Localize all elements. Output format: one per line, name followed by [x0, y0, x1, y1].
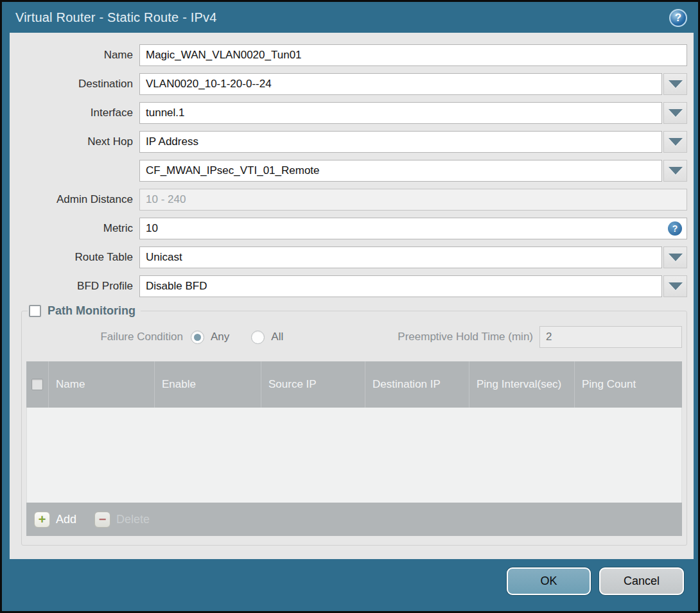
path-monitoring-checkbox[interactable] — [29, 305, 41, 317]
chevron-down-icon — [669, 80, 683, 88]
screen: Virtual Router - Static Route - IPv4 ? N… — [0, 0, 700, 613]
table-header-checkbox-cell — [26, 361, 48, 408]
radio-all-label: All — [271, 331, 283, 343]
column-header-enable[interactable]: Enable — [154, 361, 261, 408]
path-monitoring-section: Path Monitoring Failure Condition Any Al… — [21, 304, 687, 546]
ok-button[interactable]: OK — [507, 567, 591, 595]
title-bar: Virtual Router - Static Route - IPv4 ? — [4, 4, 696, 33]
info-icon-glyph: ? — [672, 223, 678, 234]
form-row-next-hop: Next Hop — [10, 131, 687, 153]
next-hop-label: Next Hop — [10, 135, 139, 148]
admin-distance-input[interactable] — [139, 189, 687, 211]
form-row-name: Name — [10, 44, 687, 66]
chevron-down-icon — [669, 282, 683, 290]
table-header: Name Enable Source IP Destination IP Pin… — [26, 361, 682, 408]
static-route-form: Name Destination Interface — [10, 33, 694, 297]
destination-input[interactable] — [139, 73, 662, 95]
failure-condition-all-option: All — [251, 331, 283, 344]
route-table-label: Route Table — [10, 251, 139, 264]
name-input[interactable] — [139, 44, 687, 66]
form-row-metric: Metric ? — [10, 218, 687, 239]
interface-label: Interface — [10, 107, 139, 119]
bfd-profile-input[interactable] — [139, 275, 662, 297]
bfd-profile-label: BFD Profile — [10, 280, 139, 293]
radio-all[interactable] — [251, 331, 265, 344]
interface-dropdown-button[interactable] — [663, 102, 687, 124]
column-header-name[interactable]: Name — [48, 361, 154, 408]
failure-condition-label: Failure Condition — [26, 331, 191, 343]
column-header-destination-ip[interactable]: Destination IP — [365, 361, 469, 408]
chevron-down-icon — [669, 138, 683, 146]
path-monitoring-legend: Path Monitoring — [28, 304, 141, 318]
dialog-title: Virtual Router - Static Route - IPv4 — [15, 10, 217, 25]
metric-input[interactable] — [139, 218, 687, 239]
failure-condition-row: Failure Condition Any All Preemptive Hol… — [26, 325, 682, 349]
destination-dropdown-button[interactable] — [663, 73, 687, 95]
route-table-dropdown-button[interactable] — [663, 246, 687, 268]
dialog-body: Name Destination Interface — [10, 33, 694, 559]
bfd-profile-dropdown-button[interactable] — [663, 275, 687, 297]
form-row-bfd-profile: BFD Profile — [10, 275, 687, 297]
chevron-down-icon — [669, 167, 683, 175]
chevron-down-icon — [669, 109, 683, 117]
path-monitoring-title: Path Monitoring — [48, 304, 136, 318]
form-row-interface: Interface — [10, 102, 687, 124]
destination-label: Destination — [10, 78, 139, 91]
next-hop-address-dropdown-button[interactable] — [663, 160, 687, 182]
column-header-source-ip[interactable]: Source IP — [261, 361, 365, 408]
radio-any-label: Any — [211, 331, 229, 343]
delete-button-label: Delete — [116, 513, 150, 526]
column-header-ping-count[interactable]: Ping Count — [574, 361, 682, 408]
next-hop-type-input[interactable] — [139, 131, 662, 153]
form-row-admin-distance: Admin Distance — [10, 189, 687, 211]
dialog-frame: Virtual Router - Static Route - IPv4 ? N… — [0, 0, 700, 613]
metric-label: Metric — [10, 222, 139, 235]
select-all-checkbox[interactable] — [31, 379, 43, 390]
route-table-input[interactable] — [139, 246, 662, 268]
form-row-route-table: Route Table — [10, 246, 687, 268]
radio-any[interactable] — [191, 331, 204, 344]
form-row-destination: Destination — [10, 73, 687, 95]
metric-info-icon[interactable]: ? — [668, 221, 682, 236]
add-button[interactable]: + Add — [34, 512, 76, 528]
preemptive-hold-time-label: Preemptive Hold Time (min) — [398, 331, 539, 343]
column-header-ping-interval[interactable]: Ping Interval(sec) — [469, 361, 574, 408]
form-row-next-hop-address — [10, 160, 687, 182]
add-button-label: Add — [56, 513, 76, 526]
table-body-empty — [26, 408, 682, 503]
help-icon-glyph: ? — [675, 12, 681, 24]
preemptive-hold-time-input[interactable] — [539, 326, 682, 348]
path-monitoring-table: Name Enable Source IP Destination IP Pin… — [26, 361, 682, 536]
next-hop-address-input[interactable] — [139, 160, 662, 182]
help-icon[interactable]: ? — [669, 9, 687, 27]
minus-icon: − — [94, 512, 110, 528]
plus-icon: + — [34, 512, 50, 528]
name-label: Name — [10, 49, 139, 62]
chevron-down-icon — [669, 254, 683, 261]
next-hop-type-dropdown-button[interactable] — [663, 131, 687, 153]
delete-button[interactable]: − Delete — [94, 512, 150, 528]
table-toolbar: + Add − Delete — [26, 503, 682, 536]
failure-condition-any-option: Any — [191, 331, 229, 344]
cancel-button[interactable]: Cancel — [599, 567, 684, 595]
preemptive-hold-time-group: Preemptive Hold Time (min) — [398, 326, 682, 348]
admin-distance-label: Admin Distance — [10, 193, 139, 206]
interface-input[interactable] — [139, 102, 662, 124]
